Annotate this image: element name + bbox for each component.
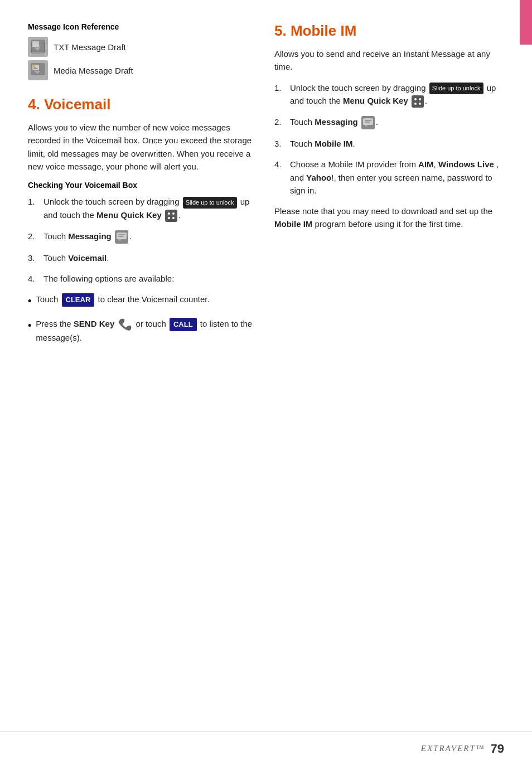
yahoo-bold: Yahoo bbox=[306, 173, 331, 182]
main-content: Message Icon Reference TXT Message Draft bbox=[0, 0, 532, 765]
mobile-im-note: Please note that you may need to downloa… bbox=[274, 205, 504, 231]
left-column: Message Icon Reference TXT Message Draft bbox=[28, 22, 258, 732]
mobile-step-1-text: Unlock the touch screen by dragging Slid… bbox=[290, 81, 504, 108]
svg-rect-1 bbox=[32, 41, 39, 47]
svg-rect-13 bbox=[117, 233, 127, 239]
menu-quick-key-bold-1: Menu Quick Key bbox=[96, 210, 162, 220]
media-draft-icon bbox=[28, 60, 48, 80]
voicemail-step-1: 1. Unlock the touch screen by dragging S… bbox=[28, 195, 258, 222]
svg-rect-7 bbox=[165, 210, 177, 222]
unlock-badge-2: Slide up to unlock bbox=[429, 83, 483, 94]
step-4-num: 4. bbox=[28, 272, 40, 285]
step-3-num: 3. bbox=[28, 251, 40, 264]
footer: Extravert™ 79 bbox=[0, 732, 532, 765]
media-message-draft-label: Media Message Draft bbox=[54, 66, 133, 75]
voicemail-bullet-list: • Touch CLEAR to clear the Voicemail cou… bbox=[28, 293, 258, 344]
txt-draft-icon bbox=[28, 37, 48, 57]
messaging-icon-2 bbox=[361, 116, 375, 129]
svg-rect-22 bbox=[363, 118, 373, 125]
mobile-step-2-num: 2. bbox=[274, 115, 287, 128]
media-message-draft-item: Media Message Draft bbox=[28, 60, 258, 80]
svg-rect-16 bbox=[412, 95, 424, 108]
call-badge: CALL bbox=[170, 318, 197, 331]
mobile-im-step-1: 1. Unlock the touch screen by dragging S… bbox=[274, 81, 504, 108]
mobile-im-bold: Mobile IM bbox=[315, 139, 352, 148]
clear-badge: CLEAR bbox=[62, 293, 95, 307]
footer-brand: Extravert™ bbox=[421, 744, 485, 753]
windows-live-bold: Windows Live bbox=[438, 159, 494, 169]
mobile-im-steps-list: 1. Unlock the touch screen by dragging S… bbox=[274, 81, 504, 197]
aim-bold: AIM bbox=[418, 159, 434, 169]
mobile-step-3-num: 3. bbox=[274, 137, 287, 150]
voicemail-title: 4. Voicemail bbox=[28, 96, 258, 113]
mobile-step-4-text: Choose a Mobile IM provider from AIM, Wi… bbox=[290, 158, 504, 197]
mobile-im-step-2: 2. Touch Messaging . bbox=[274, 115, 504, 129]
mobile-im-note-bold: Mobile IM bbox=[274, 219, 312, 229]
right-column: 5. Mobile IM Allows you to send and rece… bbox=[274, 22, 504, 732]
right-tab bbox=[520, 0, 532, 45]
checking-voicemail-title: Checking Your Voicemail Box bbox=[28, 181, 258, 190]
voicemail-steps-list: 1. Unlock the touch screen by dragging S… bbox=[28, 195, 258, 285]
voicemail-step-2: 2. Touch Messaging . bbox=[28, 230, 258, 244]
send-key-bold: SEND Key bbox=[74, 319, 114, 328]
svg-point-20 bbox=[419, 103, 421, 105]
txt-message-draft-label: TXT Message Draft bbox=[54, 42, 126, 52]
bullet-1-text: Touch CLEAR to clear the Voicemail count… bbox=[36, 293, 209, 307]
svg-point-9 bbox=[172, 212, 175, 215]
menu-key-icon-1 bbox=[165, 210, 177, 222]
bullet-dot-2: • bbox=[28, 318, 31, 334]
message-icon-ref-section: Message Icon Reference TXT Message Draft bbox=[28, 22, 258, 80]
bullet-2-text: Press the SEND Key or touch CALL to list… bbox=[36, 317, 258, 344]
bullet-send-call: • Press the SEND Key or touch CALL to li… bbox=[28, 317, 258, 344]
messaging-icon-1 bbox=[115, 230, 128, 244]
voicemail-intro: Allows you to view the number of new voi… bbox=[28, 121, 258, 173]
svg-point-18 bbox=[419, 98, 421, 100]
step-3-text: Touch Voicemail. bbox=[43, 251, 109, 264]
footer-page-number: 79 bbox=[491, 742, 504, 756]
mobile-step-3-text: Touch Mobile IM. bbox=[290, 137, 355, 150]
bullet-clear: • Touch CLEAR to clear the Voicemail cou… bbox=[28, 293, 258, 309]
svg-point-10 bbox=[168, 217, 170, 219]
send-key-phone-icon bbox=[118, 318, 132, 331]
menu-key-icon-2 bbox=[412, 95, 424, 108]
svg-point-5 bbox=[33, 65, 35, 67]
step-2-text: Touch Messaging . bbox=[43, 230, 132, 244]
mobile-im-step-4: 4. Choose a Mobile IM provider from AIM,… bbox=[274, 158, 504, 197]
step-1-num: 1. bbox=[28, 195, 40, 208]
voicemail-bold: Voicemail bbox=[68, 253, 107, 263]
voicemail-step-3: 3. Touch Voicemail. bbox=[28, 251, 258, 264]
mobile-im-title: 5. Mobile IM bbox=[274, 22, 504, 40]
step-2-num: 2. bbox=[28, 230, 40, 243]
svg-point-19 bbox=[414, 103, 417, 105]
mobile-step-4-num: 4. bbox=[274, 158, 287, 171]
messaging-bold-1: Messaging bbox=[68, 231, 112, 241]
mobile-step-1-num: 1. bbox=[274, 81, 287, 94]
step-4-text: The following options are available: bbox=[43, 272, 174, 285]
voicemail-section: 4. Voicemail Allows you to view the numb… bbox=[28, 96, 258, 344]
page-container: Message Icon Reference TXT Message Draft bbox=[0, 0, 532, 765]
messaging-bold-2: Messaging bbox=[315, 117, 358, 127]
svg-point-11 bbox=[172, 217, 175, 219]
svg-point-17 bbox=[414, 98, 417, 100]
voicemail-step-4: 4. The following options are available: bbox=[28, 272, 258, 285]
bullet-dot-1: • bbox=[28, 294, 31, 309]
mobile-im-intro: Allows you to send and receive an Instan… bbox=[274, 47, 504, 74]
unlock-badge-1: Slide up to unlock bbox=[183, 197, 237, 209]
svg-point-8 bbox=[168, 212, 170, 215]
mobile-step-2-text: Touch Messaging . bbox=[290, 115, 378, 129]
txt-message-draft-item: TXT Message Draft bbox=[28, 37, 258, 57]
message-icon-ref-title: Message Icon Reference bbox=[28, 22, 258, 31]
menu-quick-key-bold-2: Menu Quick Key bbox=[343, 96, 408, 105]
mobile-im-step-3: 3. Touch Mobile IM. bbox=[274, 137, 504, 150]
step-1-text: Unlock the touch screen by dragging Slid… bbox=[43, 195, 258, 222]
